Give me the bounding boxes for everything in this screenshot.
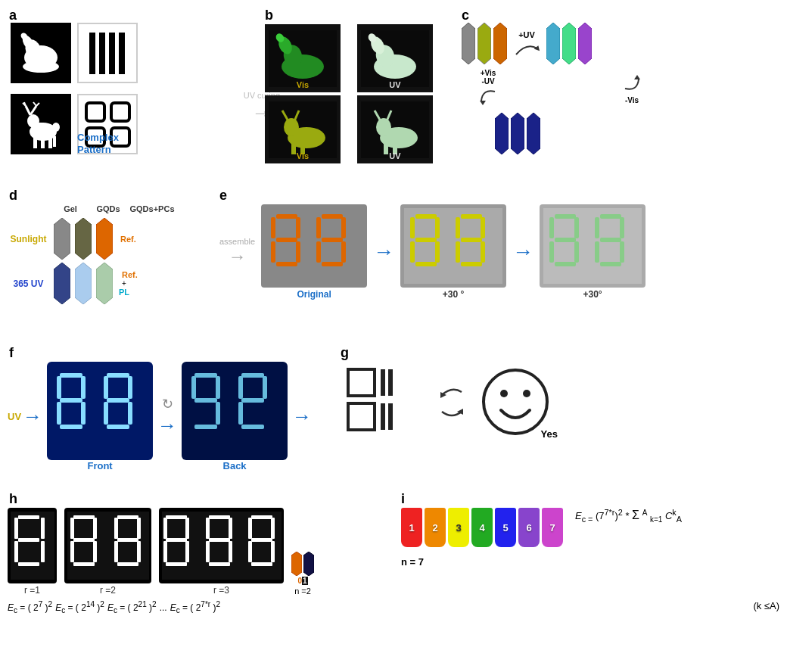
svg-rect-124 <box>238 376 243 399</box>
svg-rect-100 <box>600 262 621 266</box>
back-display-group: Back <box>182 362 288 471</box>
svg-rect-110 <box>104 376 108 399</box>
gqds-pcs-header: GQDs+PCs <box>129 204 175 213</box>
svg-rect-144 <box>18 538 39 542</box>
panel-a-row-1 <box>11 23 227 83</box>
svg-rect-94 <box>600 214 621 219</box>
h-display-r3 <box>159 508 284 583</box>
panel-a: a <box>8 8 227 154</box>
svg-rect-171 <box>209 515 230 519</box>
svg-rect-173 <box>229 518 232 539</box>
gqds-header: GQDs <box>92 204 125 213</box>
photo-uv-swan: UV <box>357 24 433 92</box>
svg-rect-170 <box>166 562 187 566</box>
h-r3-label: r =3 <box>213 585 229 596</box>
svg-rect-176 <box>229 541 232 562</box>
front-display-svg <box>51 366 149 456</box>
sunlight-label: Sunlight <box>8 234 49 244</box>
f3-ec: Ec = ( 221 )2 <box>107 600 157 614</box>
h-seg-r3-svg <box>162 512 282 580</box>
brackets-svg <box>341 362 424 445</box>
plus30a-display-photo <box>400 204 506 288</box>
panel-a-content: Complex Pattern <box>11 23 227 154</box>
plus30a-display-group: +30 ° <box>400 204 506 300</box>
i-top-row: 1 2 3 4 5 6 7 Ec = (77*r)2 * Σ A <box>401 508 779 552</box>
panel-i-content: 1 2 3 4 5 6 7 Ec = (77*r)2 * Σ A <box>401 508 779 612</box>
svg-rect-111 <box>128 376 132 399</box>
original-display-group: Original <box>261 204 367 300</box>
svg-rect-77 <box>435 241 440 263</box>
svg-rect-120 <box>194 398 217 403</box>
svg-rect-134 <box>388 403 393 430</box>
svg-rect-121 <box>216 402 220 425</box>
complex-pattern-label: Complex Pattern <box>77 132 119 155</box>
gqds-pcs-uv-crystal <box>96 263 113 304</box>
panel-c-label: c <box>462 8 469 23</box>
panel-b-grid: Vis UV <box>265 24 446 163</box>
svg-rect-179 <box>248 518 252 539</box>
panel-h-label: h <box>9 491 17 507</box>
crystal-2: 2 <box>425 508 446 547</box>
svg-rect-112 <box>107 398 129 403</box>
swan-silhouette-svg <box>17 29 66 78</box>
svg-rect-148 <box>67 512 149 580</box>
svg-rect-64 <box>322 214 343 219</box>
svg-rect-143 <box>41 518 45 539</box>
i-n7-row: n = 7 <box>401 555 779 568</box>
smiley-svg <box>480 366 552 438</box>
assemble-text: assemble <box>219 237 255 246</box>
svg-rect-168 <box>163 541 167 562</box>
svg-rect-157 <box>114 518 118 539</box>
c-bottom-crystals <box>495 113 540 154</box>
svg-rect-155 <box>73 562 95 566</box>
svg-rect-118 <box>191 376 196 399</box>
minus-uv-label: -UV <box>481 77 494 86</box>
svg-rect-178 <box>251 515 272 519</box>
front-display-photo <box>47 362 153 460</box>
svg-rect-149 <box>73 515 95 519</box>
panel-c-content: +UV <box>462 23 658 154</box>
gqds-pcs-sunlight-crystal <box>96 218 113 260</box>
svg-rect-61 <box>271 241 275 263</box>
back-display-photo <box>182 362 288 460</box>
svg-rect-154 <box>93 541 97 562</box>
svg-line-21 <box>36 103 39 106</box>
svg-rect-181 <box>251 538 272 542</box>
svg-rect-73 <box>410 217 415 238</box>
svg-rect-7 <box>109 33 115 74</box>
svg-rect-49 <box>384 144 388 154</box>
rotate-arrows-group <box>433 384 471 422</box>
crystal-6: 6 <box>518 508 540 547</box>
svg-line-19 <box>30 106 36 115</box>
svg-rect-78 <box>415 262 437 266</box>
svg-rect-119 <box>216 376 220 399</box>
svg-point-22 <box>52 123 60 132</box>
svg-rect-116 <box>185 366 284 456</box>
svg-rect-69 <box>341 241 346 263</box>
svg-rect-90 <box>555 238 576 242</box>
svg-rect-56 <box>265 208 363 284</box>
photo-vis-deer: Vis <box>265 95 341 163</box>
svg-rect-109 <box>107 373 129 378</box>
panel-a-row-2 <box>11 94 227 154</box>
panel-g-content: Yes <box>341 362 779 445</box>
svg-rect-182 <box>248 541 252 562</box>
original-display-svg <box>265 208 363 284</box>
svg-line-16 <box>26 106 30 115</box>
svg-rect-180 <box>271 518 275 539</box>
svg-rect-62 <box>296 241 300 263</box>
svg-rect-122 <box>194 425 217 429</box>
yes-label: Yes <box>541 428 558 440</box>
panel-b-label: b <box>265 8 273 23</box>
c-right-crystals-top <box>546 23 592 64</box>
svg-rect-133 <box>381 403 385 430</box>
assemble-arrow-group: assemble → <box>219 237 255 267</box>
h-display-r1 <box>8 508 57 583</box>
svg-rect-132 <box>348 403 375 430</box>
stripes-white-box <box>77 23 138 83</box>
h-seg-r1-svg <box>11 512 54 580</box>
i-formula-group: Ec = (77*r)2 * Σ A k=1 CkA <box>575 508 682 524</box>
svg-rect-123 <box>241 373 264 378</box>
svg-rect-101 <box>51 366 149 456</box>
svg-rect-83 <box>456 241 460 263</box>
